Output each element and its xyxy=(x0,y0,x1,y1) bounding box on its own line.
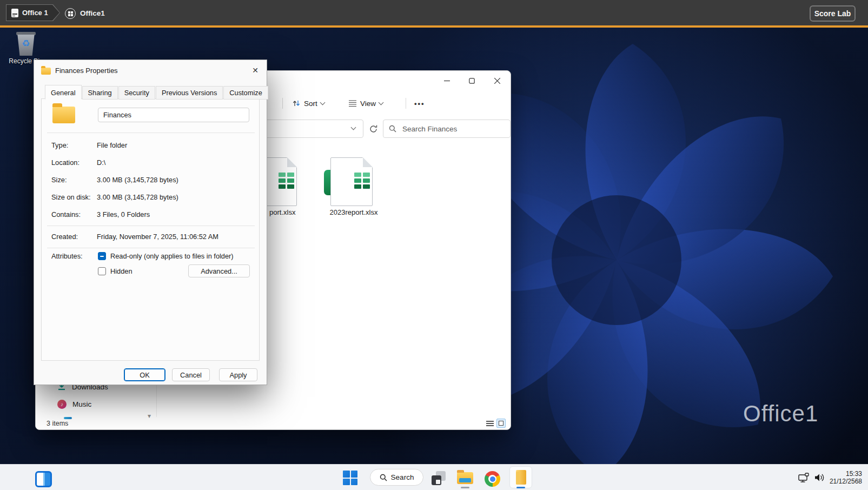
chrome-taskbar-icon[interactable] xyxy=(485,471,500,487)
sidebar-item-label: Music xyxy=(72,400,91,408)
tab-security[interactable]: Security xyxy=(118,86,155,100)
hidden-checkbox[interactable] xyxy=(98,267,106,275)
network-tray-icon[interactable] xyxy=(798,473,811,482)
clock-date: 21/12/2568 xyxy=(826,478,862,485)
attributes-label: Attributes: xyxy=(51,251,83,262)
dialog-titlebar: Finances Properties xyxy=(34,60,267,81)
dialog-title: Finances Properties xyxy=(55,67,118,75)
folder-icon-large xyxy=(52,107,75,123)
file-label: 2023report.xlsx xyxy=(324,208,383,216)
folder-icon xyxy=(516,470,526,485)
start-button[interactable] xyxy=(343,471,357,485)
row-value: File folder xyxy=(97,137,127,154)
row-label: Size: xyxy=(51,171,67,189)
apply-button[interactable]: Apply xyxy=(219,368,257,381)
taskbar-clock[interactable]: 15:33 21/12/2568 xyxy=(826,470,862,485)
details-view-toggle[interactable] xyxy=(486,421,494,427)
search-box[interactable] xyxy=(383,120,511,138)
view-button[interactable]: View xyxy=(348,96,383,111)
row-value: Friday, November 7, 2025, 11:06:52 AM xyxy=(97,228,218,246)
screen: Office1 ♻ Recycle Bin Sort xyxy=(0,0,868,490)
recycle-bin-icon: ♻ xyxy=(16,31,36,56)
tab-general[interactable]: General xyxy=(45,85,82,100)
tab-previous-versions[interactable]: Previous Versions xyxy=(156,86,223,100)
divider xyxy=(47,248,255,248)
row-label: Size on disk: xyxy=(51,189,91,206)
running-indicator xyxy=(461,487,469,488)
recycle-glyph-icon: ♻ xyxy=(16,38,36,49)
maximize-button[interactable] xyxy=(459,72,484,90)
sidebar-item-music[interactable]: ♪ Music xyxy=(57,398,91,410)
info-row-size-on-disk: Size on disk: 3.00 MB (3,145,728 bytes) xyxy=(42,189,259,206)
refresh-icon xyxy=(369,124,378,134)
toolbar-separator xyxy=(282,98,283,109)
info-row-created: Created: Friday, November 7, 2025, 11:06… xyxy=(42,228,259,246)
refresh-button[interactable] xyxy=(367,122,380,135)
close-button[interactable] xyxy=(484,72,510,90)
address-dropdown-icon[interactable] xyxy=(351,125,356,130)
active-app-taskbar-icon[interactable] xyxy=(509,466,532,488)
minimize-button[interactable] xyxy=(434,72,459,90)
items-count: 3 items xyxy=(47,420,68,427)
search-input[interactable] xyxy=(401,124,505,134)
row-value: 3 Files, 0 Folders xyxy=(97,206,150,223)
sort-button[interactable]: Sort xyxy=(292,96,324,111)
dialog-tabstrip: General Sharing Security Previous Versio… xyxy=(45,86,268,100)
close-icon xyxy=(494,78,500,84)
folder-icon xyxy=(41,68,51,75)
general-tab-panel: Type: File folder Location: D:\ Size: 3.… xyxy=(41,98,260,361)
row-value: 3.00 MB (3,145,728 bytes) xyxy=(97,189,178,206)
file-explorer-taskbar-icon[interactable] xyxy=(457,472,473,484)
minimize-icon xyxy=(444,78,450,84)
excel-grid-icon xyxy=(279,173,294,189)
view-label: View xyxy=(360,100,376,108)
computer-icon xyxy=(11,9,18,17)
advanced-button[interactable]: Advanced... xyxy=(188,264,250,277)
dialog-close-button[interactable]: ✕ xyxy=(246,62,264,78)
readonly-checkbox[interactable] xyxy=(98,252,106,260)
clock-time: 15:33 xyxy=(826,470,862,478)
more-options-button[interactable]: ••• xyxy=(414,96,425,111)
status-bar: 3 items xyxy=(36,419,511,429)
hidden-label: Hidden xyxy=(110,266,132,277)
session-title: Office1 xyxy=(80,9,105,17)
top-bar: Office 1 Office1 Score Lab xyxy=(0,0,868,28)
taskbar: Search 15:33 xyxy=(0,464,868,490)
info-row-type: Type: File folder xyxy=(42,137,259,154)
divider xyxy=(47,226,255,226)
row-label: Created: xyxy=(51,228,78,246)
sort-icon xyxy=(292,99,301,108)
folder-name-input[interactable] xyxy=(98,108,249,122)
search-icon xyxy=(380,474,387,481)
chevron-down-icon xyxy=(320,100,325,105)
ok-button[interactable]: OK xyxy=(124,368,165,381)
info-row-contains: Contains: 3 Files, 0 Folders xyxy=(42,206,259,223)
taskbar-search[interactable]: Search xyxy=(370,469,423,486)
taskbar-search-label: Search xyxy=(391,473,414,481)
excel-grid-icon xyxy=(354,173,370,189)
row-value: D:\ xyxy=(97,154,105,171)
row-value: 3.00 MB (3,145,728 bytes) xyxy=(97,171,178,189)
readonly-label: Read-only (only applies to files in fold… xyxy=(110,251,234,262)
desktop-watermark: Office1 xyxy=(743,401,818,427)
row-label: Contains: xyxy=(51,206,81,223)
tab-sharing[interactable]: Sharing xyxy=(82,86,118,100)
large-icons-view-toggle[interactable] xyxy=(496,419,506,428)
maximize-icon xyxy=(469,78,475,84)
volume-tray-icon[interactable] xyxy=(813,473,826,482)
score-lab-button[interactable]: Score Lab xyxy=(810,5,856,22)
search-icon xyxy=(389,125,396,133)
windows-badge-icon xyxy=(65,8,76,19)
widgets-icon[interactable] xyxy=(35,471,52,487)
task-view-button[interactable] xyxy=(432,471,446,486)
properties-dialog: Finances Properties ✕ General Sharing Se… xyxy=(34,59,267,385)
machine-tab[interactable]: Office 1 xyxy=(6,4,60,21)
toolbar-separator xyxy=(406,98,406,109)
row-label: Location: xyxy=(51,154,79,171)
tab-customize[interactable]: Customize xyxy=(223,86,268,100)
file-item[interactable]: X 2023report.xlsx xyxy=(324,157,383,220)
cancel-button[interactable]: Cancel xyxy=(172,368,210,381)
sort-label: Sort xyxy=(304,100,317,108)
music-icon: ♪ xyxy=(57,400,67,409)
chevron-down-icon xyxy=(379,100,384,105)
